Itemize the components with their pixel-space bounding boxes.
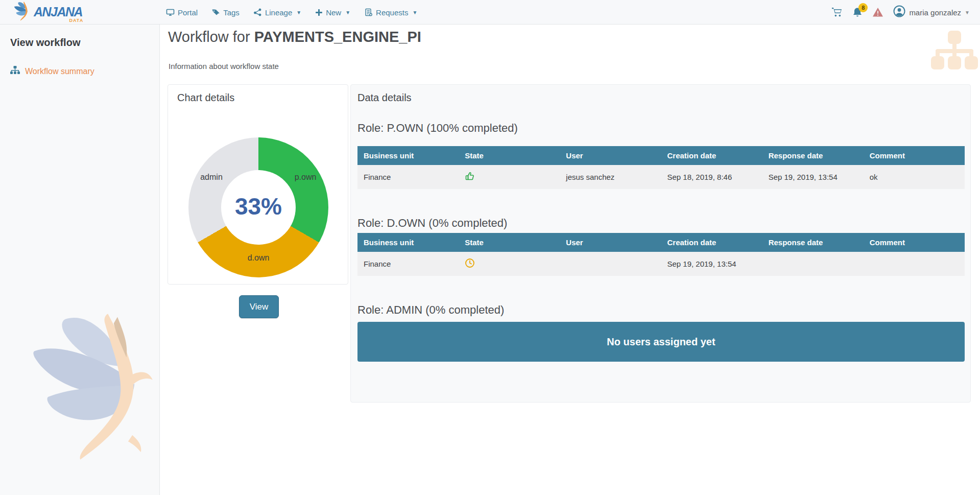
tags-icon xyxy=(211,8,220,16)
col-user: User xyxy=(560,146,661,165)
donut-center-value: 33% xyxy=(188,193,328,220)
cart-icon[interactable] xyxy=(831,7,843,17)
nav-item-label: Lineage xyxy=(265,8,292,17)
cell-user: jesus sanchez xyxy=(560,165,661,189)
workflow-sitemap-icon xyxy=(931,31,978,75)
thumbs-up-icon xyxy=(465,174,475,183)
no-users-banner: No users assigned yet xyxy=(357,322,965,362)
page-title-prefix: Workflow for xyxy=(168,29,254,45)
col-business-unit: Business unit xyxy=(357,146,459,165)
cell-comment xyxy=(864,252,965,276)
app-logo[interactable]: ANJANA DATA xyxy=(12,2,82,23)
col-business-unit: Business unit xyxy=(357,233,459,252)
donut-label-pown: p.own xyxy=(282,173,328,182)
col-state: State xyxy=(459,233,560,252)
cell-creation-date: Sep 19, 2019, 13:54 xyxy=(661,252,762,276)
nav-item-new[interactable]: New ▼ xyxy=(315,8,350,17)
chart-details-card: Chart details 33% admin p.own d.own xyxy=(168,84,348,285)
user-menu[interactable]: maria gonzalez ▼ xyxy=(893,5,970,19)
plus-icon xyxy=(315,9,323,16)
brand-sub: DATA xyxy=(69,18,84,23)
user-name: maria gonzalez xyxy=(909,8,961,17)
data-panel-title: Data details xyxy=(357,92,412,104)
nav-item-portal[interactable]: Portal xyxy=(166,8,198,17)
nav-item-label: Requests xyxy=(376,8,408,17)
main-menu: Portal Tags Lineage ▼ xyxy=(166,0,417,25)
lineage-icon xyxy=(253,8,262,16)
nav-item-tags[interactable]: Tags xyxy=(211,8,240,17)
cell-state xyxy=(459,165,560,189)
cell-business-unit: Finance xyxy=(357,252,459,276)
requests-icon xyxy=(364,8,373,16)
col-comment: Comment xyxy=(864,146,965,165)
col-comment: Comment xyxy=(864,233,965,252)
role-heading-pown: Role: P.OWN (100% completed) xyxy=(357,122,518,135)
page-title: Workflow for PAYMENTS_ENGINE_PI xyxy=(168,29,421,45)
chevron-down-icon: ▼ xyxy=(412,10,417,15)
notifications-bell-icon[interactable]: 8 xyxy=(852,7,863,18)
cell-business-unit: Finance xyxy=(357,165,459,189)
sidebar-title: View workflow xyxy=(10,37,159,49)
role-heading-admin: Role: ADMIN (0% completed) xyxy=(357,303,504,317)
role-heading-down: Role: D.OWN (0% completed) xyxy=(357,217,507,230)
chevron-down-icon: ▼ xyxy=(345,10,350,15)
col-response-date: Response date xyxy=(762,146,864,165)
view-button[interactable]: View xyxy=(239,295,279,318)
col-user: User xyxy=(560,233,661,252)
cell-user xyxy=(560,252,661,276)
fairy-logo-icon xyxy=(12,2,32,23)
user-avatar-icon xyxy=(893,5,905,19)
table-row: Finance Sep 19, 2019, 13:54 xyxy=(357,252,965,276)
page-title-entity: PAYMENTS_ENGINE_PI xyxy=(254,29,421,45)
cell-creation-date: Sep 18, 2019, 8:46 xyxy=(661,165,762,189)
cell-state xyxy=(459,252,560,276)
notification-badge: 8 xyxy=(858,3,868,12)
table-row: Finance jesus sanchez Sep 18, 2019, 8:46… xyxy=(357,165,965,189)
role-table-down: Business unit State User Creation date R… xyxy=(357,233,965,276)
top-navbar: ANJANA DATA Portal Tags xyxy=(0,0,980,25)
clock-icon xyxy=(465,261,475,270)
donut-label-down: d.own xyxy=(235,253,281,263)
sidebar-item-workflow-summary[interactable]: Workflow summary xyxy=(10,66,159,77)
sidebar-item-label: Workflow summary xyxy=(25,67,94,76)
nav-item-label: Portal xyxy=(178,8,198,17)
anjana-fairy-watermark xyxy=(28,311,156,466)
cell-response-date: Sep 19, 2019, 13:54 xyxy=(762,165,864,189)
chevron-down-icon: ▼ xyxy=(296,10,301,15)
page-subtitle: Information about workflow state xyxy=(169,62,279,70)
sitemap-icon xyxy=(10,66,20,77)
table-header-row: Business unit State User Creation date R… xyxy=(357,146,965,165)
nav-item-requests[interactable]: Requests ▼ xyxy=(364,8,417,17)
nav-item-label: New xyxy=(326,8,341,17)
col-response-date: Response date xyxy=(762,233,864,252)
col-creation-date: Creation date xyxy=(661,146,762,165)
sidebar: View workflow Workflow summary xyxy=(0,25,160,495)
monitor-icon xyxy=(166,8,175,16)
data-details-panel: Data details Role: P.OWN (100% completed… xyxy=(350,84,971,403)
role-table-pown: Business unit State User Creation date R… xyxy=(357,146,965,189)
col-creation-date: Creation date xyxy=(661,233,762,252)
navbar-right: 8 maria gonzalez ▼ xyxy=(831,0,970,25)
brand-name: ANJANA xyxy=(34,5,82,19)
col-state: State xyxy=(459,146,560,165)
chevron-down-icon: ▼ xyxy=(965,10,970,15)
cell-response-date xyxy=(762,252,864,276)
warning-icon[interactable] xyxy=(872,7,883,17)
table-header-row: Business unit State User Creation date R… xyxy=(357,233,965,252)
chart-card-title: Chart details xyxy=(177,92,234,104)
nav-item-lineage[interactable]: Lineage ▼ xyxy=(253,8,301,17)
donut-label-admin: admin xyxy=(188,173,234,182)
cell-comment: ok xyxy=(864,165,965,189)
nav-item-label: Tags xyxy=(223,8,240,17)
